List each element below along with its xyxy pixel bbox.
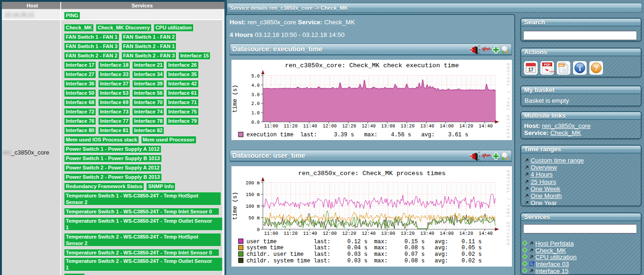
svg-text:ren_c3850x_core: Check_MK proc: ren_c3850x_core: Check_MK process times (298, 170, 446, 177)
svg-text:13:20: 13:20 (400, 124, 414, 129)
svg-text:4.0: 4.0 (251, 83, 259, 88)
svg-text:13:00: 13:00 (381, 124, 395, 129)
svg-text:childr. system time last:: childr. system time last: 0.03 s max: 0.… (246, 258, 482, 264)
svg-text:RRDTOOL / TOBI OETIKER: RRDTOOL / TOBI OETIKER (505, 170, 510, 246)
svg-text:time (s): time (s) (232, 85, 238, 113)
svg-text:1.0: 1.0 (251, 111, 259, 116)
svg-text:12:00: 12:00 (322, 124, 336, 129)
svg-text:14:40: 14:40 (478, 124, 492, 129)
svg-text:150 m: 150 m (245, 192, 259, 197)
svg-text:100 m: 100 m (245, 204, 259, 209)
svg-text:11:00: 11:00 (264, 231, 278, 236)
svg-text:13:00: 13:00 (381, 231, 395, 236)
svg-text:0.0: 0.0 (251, 120, 259, 125)
svg-text:0: 0 (257, 227, 259, 233)
svg-text:user time last:: user time last: 0.12 s max: 0.15 s avg: … (246, 239, 482, 245)
svg-text:200 m: 200 m (245, 181, 259, 186)
svg-text:13:40: 13:40 (420, 124, 434, 129)
svg-text:13:40: 13:40 (420, 231, 434, 236)
svg-text:RRDTOOL / TOBI OETIKER: RRDTOOL / TOBI OETIKER (505, 63, 510, 139)
svg-text:17: 17 (528, 67, 534, 72)
svg-text:5.0: 5.0 (251, 74, 259, 79)
svg-text:14:00: 14:00 (440, 231, 454, 236)
svg-text:14:40: 14:40 (478, 231, 492, 236)
svg-text:system time last:: system time last: 0.04 s max: 0.08 s avg… (246, 245, 482, 251)
svg-text:14:20: 14:20 (459, 124, 473, 129)
svg-text:50 m: 50 m (248, 216, 259, 221)
svg-text:11:20: 11:20 (283, 124, 297, 129)
svg-text:11:00: 11:00 (264, 124, 278, 129)
svg-text:13:20: 13:20 (400, 231, 414, 236)
svg-text:12:20: 12:20 (342, 231, 356, 236)
svg-text:14:00: 14:00 (440, 124, 454, 129)
svg-text:childr. user time last:: childr. user time last: 0.03 s max: 0.07… (246, 251, 482, 258)
svg-text:12:40: 12:40 (361, 124, 375, 129)
svg-text:12:40: 12:40 (361, 231, 375, 236)
svg-text:PDF: PDF (544, 63, 551, 66)
svg-text:Adobe: Adobe (549, 71, 556, 73)
svg-text:XML: XML (559, 64, 564, 67)
svg-text:2.0: 2.0 (251, 101, 259, 106)
svg-text:11:20: 11:20 (283, 231, 297, 236)
svg-text:11:40: 11:40 (303, 124, 317, 129)
svg-text:12:20: 12:20 (342, 124, 356, 129)
svg-text:i: i (579, 65, 581, 72)
svg-text:?: ? (594, 64, 598, 72)
svg-text:12:00: 12:00 (322, 231, 336, 236)
svg-text:11:40: 11:40 (303, 231, 317, 236)
svg-text:execution time last: 3.39: execution time last: 3.39 s max: 4.56 s … (246, 132, 468, 138)
svg-text:3.0: 3.0 (251, 92, 259, 98)
svg-text:14:20: 14:20 (459, 231, 473, 236)
svg-text:time (s): time (s) (232, 192, 238, 220)
svg-text:ren_c3850x_core: Check_MK chec: ren_c3850x_core: Check_MK check executio… (285, 62, 459, 69)
